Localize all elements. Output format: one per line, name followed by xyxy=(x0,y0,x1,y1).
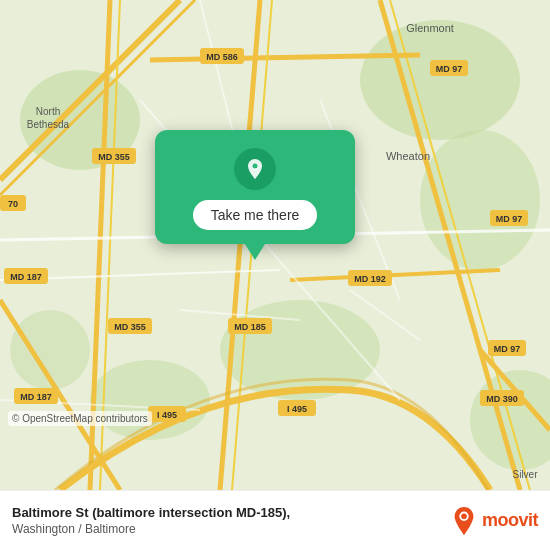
svg-text:I 495: I 495 xyxy=(157,410,177,420)
location-title: Baltimore St (baltimore intersection MD-… xyxy=(12,505,450,522)
moovit-pin-icon xyxy=(450,505,478,537)
map-container: MD 586 MD 97 MD 97 MD 97 MD 355 MD 355 M… xyxy=(0,0,550,490)
location-subtitle: Washington / Baltimore xyxy=(12,522,450,536)
svg-text:MD 187: MD 187 xyxy=(10,272,42,282)
svg-text:I 495: I 495 xyxy=(287,404,307,414)
moovit-label: moovit xyxy=(482,510,538,531)
svg-text:MD 192: MD 192 xyxy=(354,274,386,284)
svg-point-2 xyxy=(360,20,520,140)
svg-text:MD 355: MD 355 xyxy=(114,322,146,332)
svg-text:MD 390: MD 390 xyxy=(486,394,518,404)
svg-text:70: 70 xyxy=(8,199,18,209)
svg-text:North: North xyxy=(36,106,60,117)
popup-card: Take me there xyxy=(155,130,355,244)
svg-text:Silver: Silver xyxy=(512,469,538,480)
svg-text:MD 355: MD 355 xyxy=(98,152,130,162)
bottom-bar: Baltimore St (baltimore intersection MD-… xyxy=(0,490,550,550)
svg-text:MD 97: MD 97 xyxy=(496,214,523,224)
take-me-there-button[interactable]: Take me there xyxy=(193,200,318,230)
svg-text:Glenmont: Glenmont xyxy=(406,22,454,34)
location-info: Baltimore St (baltimore intersection MD-… xyxy=(12,505,450,536)
svg-point-42 xyxy=(253,164,258,169)
moovit-logo: moovit xyxy=(450,505,538,537)
svg-point-44 xyxy=(461,513,467,519)
svg-text:MD 187: MD 187 xyxy=(20,392,52,402)
svg-text:MD 97: MD 97 xyxy=(494,344,521,354)
copyright-text: © OpenStreetMap contributors xyxy=(8,411,152,426)
svg-text:Wheaton: Wheaton xyxy=(386,150,430,162)
svg-text:MD 97: MD 97 xyxy=(436,64,463,74)
svg-text:MD 185: MD 185 xyxy=(234,322,266,332)
svg-text:Bethesda: Bethesda xyxy=(27,119,70,130)
location-pin-icon xyxy=(234,148,276,190)
svg-point-5 xyxy=(90,360,210,440)
svg-text:MD 586: MD 586 xyxy=(206,52,238,62)
